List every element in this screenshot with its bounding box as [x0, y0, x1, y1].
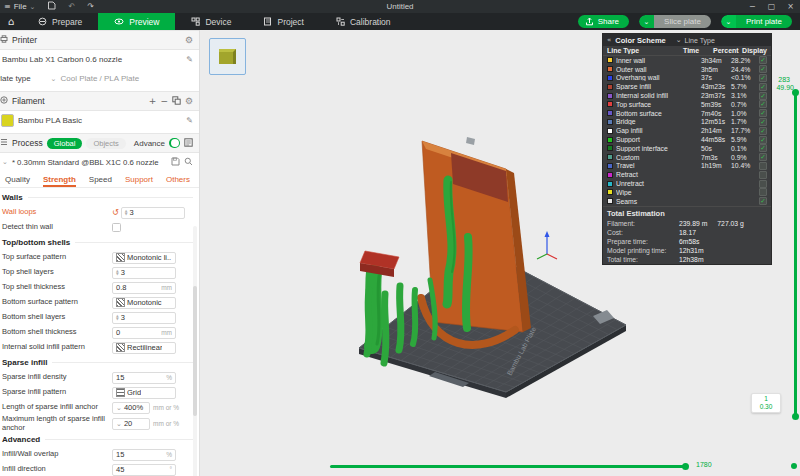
scope-global-button[interactable]: Global	[47, 138, 83, 149]
display-checkbox[interactable]: ✓	[759, 127, 767, 135]
tab-project[interactable]: Project	[247, 13, 319, 30]
close-button[interactable]: ×	[787, 2, 794, 11]
setting-input[interactable]: Grid	[112, 387, 176, 399]
setting-input[interactable]: 0.8mm	[112, 282, 176, 294]
slice-dropdown-icon[interactable]: ⌄	[639, 15, 654, 28]
save-file-icon[interactable]	[47, 1, 56, 12]
legend-row: Travel1h19m10.4%	[603, 162, 771, 171]
setting-input[interactable]: ⌄20	[112, 418, 150, 430]
display-checkbox[interactable]: ✓	[759, 83, 767, 91]
printer-preset-row[interactable]: Bambu Lab X1 Carbon 0.6 nozzle ✎	[0, 50, 199, 69]
display-checkbox[interactable]	[759, 171, 767, 179]
slice-plate-button[interactable]: ⌄ Slice plate	[639, 15, 711, 28]
display-checkbox[interactable]: ✓	[759, 197, 767, 205]
print-plate-button[interactable]: ⌄ Print plate	[721, 15, 792, 28]
layer-slider-bottom-handle[interactable]	[792, 413, 799, 420]
display-checkbox[interactable]: ✓	[759, 109, 767, 117]
filament-preset-row[interactable]: Bambu PLA Basic ✎	[0, 111, 199, 130]
process-tab-others[interactable]: Others	[166, 175, 190, 187]
line-type-percent: 17.7%	[731, 127, 759, 134]
setting-input[interactable]: ▲▼3	[121, 207, 185, 219]
process-preset-row[interactable]: ⌄ * 0.30mm Standard @BBL X1C 0.6 nozzle	[0, 153, 199, 171]
display-checkbox[interactable]	[759, 188, 767, 196]
move-slider[interactable]	[330, 465, 686, 468]
plate-type-value[interactable]: Cool Plate / PLA Plate	[60, 74, 139, 83]
display-checkbox[interactable]: ✓	[759, 56, 767, 64]
spinner-arrows-icon[interactable]: ▲▼	[116, 270, 119, 276]
printer-section-header[interactable]: Printer ⚙	[0, 30, 199, 50]
scope-objects-button[interactable]: Objects	[86, 138, 125, 149]
tab-calibration[interactable]: Calibration	[320, 13, 407, 30]
plate-type-row[interactable]: Plate type ⌄ Cool Plate / PLA Plate	[0, 69, 199, 88]
maximize-button[interactable]: ▢	[768, 2, 776, 11]
flush-volumes-icon[interactable]	[172, 96, 181, 107]
add-filament-icon[interactable]: +	[149, 96, 157, 106]
filament-settings-gear-icon[interactable]: ⚙	[185, 96, 193, 106]
filament-color-chip[interactable]	[1, 114, 14, 127]
tab-prepare[interactable]: Prepare	[22, 13, 98, 30]
panel-collapse-icon[interactable]: «	[607, 36, 611, 44]
setting-input[interactable]: Monotonic li..	[112, 252, 176, 264]
display-checkbox[interactable]: ✓	[759, 74, 767, 82]
setting-input[interactable]: ⌄400%	[112, 402, 150, 414]
setting-checkbox[interactable]	[112, 223, 121, 232]
display-checkbox[interactable]: ✓	[759, 136, 767, 144]
process-save-icon[interactable]	[171, 157, 180, 168]
printer-edit-icon[interactable]: ✎	[186, 55, 193, 64]
redo-icon[interactable]: ↷	[87, 2, 94, 11]
move-slider-handle[interactable]	[682, 463, 689, 470]
print-dropdown-icon[interactable]: ⌄	[721, 15, 736, 28]
model-slab[interactable]	[421, 137, 531, 345]
legend-row: Seams✓	[603, 197, 771, 206]
setting-input[interactable]: ▲▼3	[112, 267, 176, 279]
filament-section-header[interactable]: Filament + − ⚙	[0, 91, 199, 111]
objects-list-icon[interactable]	[184, 138, 193, 149]
display-checkbox[interactable]	[759, 162, 767, 170]
legend-row: Bridge12m51s1.7%✓	[603, 118, 771, 127]
display-checkbox[interactable]: ✓	[759, 144, 767, 152]
setting-input[interactable]: 0mm	[112, 327, 176, 339]
spinner-arrows-icon[interactable]: ▲▼	[116, 315, 119, 321]
process-tab-support[interactable]: Support	[125, 175, 153, 187]
share-button[interactable]: Share	[578, 15, 629, 28]
tab-preview[interactable]: Preview	[98, 13, 175, 30]
process-tab-strength[interactable]: Strength	[43, 175, 76, 187]
printer-settings-gear-icon[interactable]: ⚙	[185, 35, 193, 45]
filament-icon	[0, 96, 8, 106]
plate-thumbnail[interactable]	[209, 38, 246, 75]
sidebar-scrollbar[interactable]	[193, 226, 197, 476]
display-checkbox[interactable]	[759, 180, 767, 188]
display-checkbox[interactable]: ✓	[759, 153, 767, 161]
line-type-percent: 5.9%	[731, 136, 759, 143]
process-section-header[interactable]: Process Global Objects Advance	[0, 133, 199, 153]
setting-input[interactable]: Rectilinear	[112, 342, 176, 354]
file-menu[interactable]: ≡ File ⌄	[0, 2, 35, 11]
advance-toggle[interactable]	[169, 138, 180, 148]
setting-input[interactable]: Monotonic	[112, 297, 176, 309]
minimize-button[interactable]: −	[749, 2, 756, 11]
reset-value-icon[interactable]: ↺	[112, 208, 119, 217]
setting-input[interactable]: 15%	[112, 372, 176, 384]
home-icon[interactable]: ⌂	[0, 13, 22, 30]
model-red-box[interactable]	[360, 251, 399, 277]
view-mode-dropdown[interactable]: ⌄ Line Type	[676, 36, 715, 44]
spinner-arrows-icon[interactable]: ▲▼	[125, 210, 128, 216]
remove-filament-icon[interactable]: −	[160, 96, 168, 106]
process-tab-quality[interactable]: Quality	[5, 175, 30, 187]
line-type-color-chip	[607, 181, 613, 187]
display-checkbox[interactable]: ✓	[759, 92, 767, 100]
total-value: 12h31m	[679, 247, 704, 254]
undo-icon[interactable]: ↶	[68, 2, 75, 11]
tab-device[interactable]: Device	[175, 13, 247, 30]
setting-input[interactable]: 15%	[112, 449, 176, 461]
setting-input[interactable]: ▲▼3	[112, 312, 176, 324]
search-icon[interactable]	[184, 157, 193, 168]
setting-input[interactable]: 45°	[112, 464, 176, 476]
display-checkbox[interactable]: ✓	[759, 65, 767, 73]
display-checkbox[interactable]: ✓	[759, 118, 767, 126]
setting-value: Monotonic li..	[127, 253, 171, 262]
process-tab-speed[interactable]: Speed	[89, 175, 112, 187]
layer-range-slider[interactable]	[794, 92, 797, 417]
display-checkbox[interactable]: ✓	[759, 100, 767, 108]
filament-edit-icon[interactable]: ✎	[186, 116, 193, 125]
